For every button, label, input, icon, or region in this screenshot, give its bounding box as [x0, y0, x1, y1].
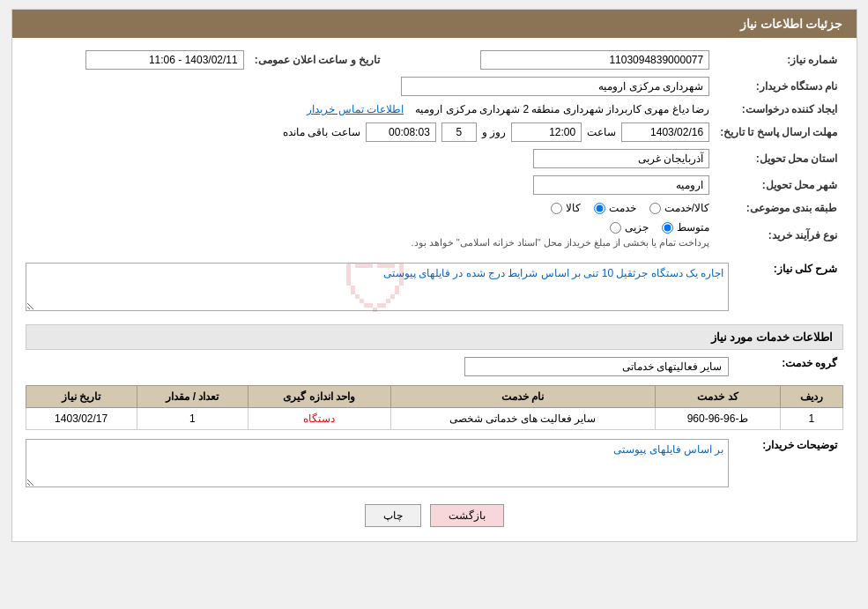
city-value: ارومیه — [26, 172, 716, 198]
services-table-body: 1 ط-96-96-960 سایر فعالیت های خدماتی شخص… — [26, 408, 842, 430]
services-section-header: اطلاعات خدمات مورد نیاز — [26, 324, 843, 350]
row-request-number: شماره نیاز: 1103094839000077 تاریخ و ساع… — [26, 47, 843, 73]
category-option-kala-khedmat-label: کالا/خدمت — [664, 202, 709, 214]
purchase-type-value: متوسط جزیی پرداخت تمام یا بخشی از مبلغ خ… — [26, 218, 716, 252]
col-service-name: نام خدمت — [390, 386, 655, 408]
category-radio-kala[interactable] — [551, 203, 562, 214]
description-value: 🛡 document.querySelector('[data-name="de… — [26, 259, 729, 317]
announce-label: تاریخ و ساعت اعلان عمومی: — [249, 47, 397, 73]
back-button[interactable]: بازگشت — [430, 504, 504, 527]
category-option-kala-label: کالا — [566, 202, 581, 214]
creator-contact-link[interactable]: اطلاعات تماس خریدار — [307, 103, 404, 115]
col-service-code: کد خدمت — [655, 386, 780, 408]
page-container: جزئیات اطلاعات نیاز شماره نیاز: 11030948… — [11, 9, 857, 542]
row-category: طبقه بندی موضوعی: کالا/خدمت خدمت کالا — [26, 198, 843, 218]
purchase-option-motavaset-label: متوسط — [677, 221, 709, 234]
category-option-khedmat[interactable]: خدمت — [594, 202, 636, 214]
service-group-label: گروه خدمت: — [729, 353, 843, 380]
page-title: جزئیات اطلاعات نیاز — [740, 17, 843, 31]
category-label: طبقه بندی موضوعی: — [715, 198, 842, 218]
col-row-num: ردیف — [781, 386, 842, 408]
purchase-option-jozii[interactable]: جزیی — [610, 221, 649, 234]
description-row: شرح کلی نیاز: 🛡 document.querySelector('… — [26, 259, 843, 317]
col-quantity: تعداد / مقدار — [137, 386, 248, 408]
category-radio-group: کالا/خدمت خدمت کالا — [31, 202, 710, 214]
main-info-table: شماره نیاز: 1103094839000077 تاریخ و ساع… — [26, 47, 843, 252]
row-creator: ایجاد کننده درخواست: رضا دیاغ مهری کاربر… — [26, 100, 843, 119]
row-purchase-type: نوع فرآیند خرید: متوسط جزیی پرداخت ت — [26, 218, 843, 252]
deadline-time-input: 12:00 — [511, 123, 582, 142]
purchase-radio-motavaset[interactable] — [662, 222, 673, 234]
category-radio-khedmat[interactable] — [594, 203, 605, 214]
row-city: شهر محل تحویل: ارومیه — [26, 172, 843, 198]
request-number-input: 1103094839000077 — [480, 50, 709, 70]
deadline-value: 1403/02/16 ساعت 12:00 روز و 5 00:08:03 س… — [26, 119, 716, 145]
row-buyer-org: نام دستگاه خریدار: شهرداری مرکزی ارومیه — [26, 73, 843, 100]
row-province: استان محل تحویل: آذربایجان غربی — [26, 145, 843, 172]
buyer-org-input: شهرداری مرکزی ارومیه — [401, 77, 709, 96]
cell-service-name: سایر فعالیت های خدماتی شخصی — [390, 408, 655, 430]
print-button[interactable]: چاپ — [365, 504, 421, 527]
service-group-input: سایر فعالیتهای خدماتی — [464, 357, 729, 376]
creator-name: رضا دیاغ مهری کاربرداز شهرداری منطقه 2 ش… — [415, 103, 709, 115]
creator-label: ایجاد کننده درخواست: — [715, 100, 842, 119]
services-table: ردیف کد خدمت نام خدمت واحد اندازه گیری ت… — [26, 385, 843, 430]
service-group-row: گروه خدمت: سایر فعالیتهای خدماتی — [26, 353, 843, 380]
announce-input: 1403/02/11 - 11:06 — [85, 50, 244, 70]
cell-unit: دستگاه — [248, 408, 390, 430]
content-area: شماره نیاز: 1103094839000077 تاریخ و ساع… — [12, 38, 857, 541]
cell-row-num: 1 — [781, 408, 842, 430]
deadline-remaining-label: ساعت باقی مانده — [283, 126, 360, 138]
buyer-notes-label: توضیحات خریدار: — [729, 435, 843, 494]
category-option-kala-khedmat[interactable]: کالا/خدمت — [649, 202, 709, 214]
category-option-khedmat-label: خدمت — [609, 202, 636, 214]
table-row: 1 ط-96-96-960 سایر فعالیت های خدماتی شخص… — [26, 408, 842, 430]
cell-service-code: ط-96-96-960 — [655, 408, 780, 430]
description-textarea[interactable] — [26, 263, 729, 311]
province-label: استان محل تحویل: — [715, 145, 842, 172]
cell-quantity: 1 — [137, 408, 248, 430]
buyer-notes-row: توضیحات خریدار: document.querySelector('… — [26, 435, 843, 494]
purchase-option-jozii-label: جزیی — [625, 221, 649, 234]
purchase-type-label: نوع فرآیند خرید: — [715, 218, 842, 252]
purchase-radio-jozii[interactable] — [610, 222, 621, 234]
city-label: شهر محل تحویل: — [715, 172, 842, 198]
province-input: آذربایجان غربی — [533, 149, 709, 168]
creator-value: رضا دیاغ مهری کاربرداز شهرداری منطقه 2 ش… — [26, 100, 716, 119]
purchase-type-radio-group: متوسط جزیی — [31, 221, 710, 234]
buyer-notes-value: document.querySelector('[data-name="buye… — [26, 435, 729, 494]
deadline-days-label: روز و — [482, 126, 506, 138]
deadline-days-input: 5 — [441, 123, 477, 142]
row-deadline: مهلت ارسال پاسخ تا تاریخ: 1403/02/16 ساع… — [26, 119, 843, 145]
category-option-kala[interactable]: کالا — [551, 202, 581, 214]
category-value: کالا/خدمت خدمت کالا — [26, 198, 716, 218]
deadline-remaining-input: 00:08:03 — [366, 123, 436, 142]
description-label: شرح کلی نیاز: — [729, 259, 843, 317]
purchase-note: پرداخت تمام یا بخشی از مبلغ خریداز محل "… — [412, 237, 710, 248]
deadline-date-input: 1403/02/16 — [621, 123, 709, 142]
buyer-org-label: نام دستگاه خریدار: — [715, 73, 842, 100]
city-input: ارومیه — [533, 175, 709, 195]
button-row: بازگشت چاپ — [26, 504, 843, 527]
buyer-notes-textarea[interactable] — [26, 439, 729, 487]
col-unit: واحد اندازه گیری — [248, 386, 390, 408]
service-group-value: سایر فعالیتهای خدماتی — [26, 353, 729, 380]
request-number-value: 1103094839000077 — [397, 47, 715, 73]
province-value: آذربایجان غربی — [26, 145, 716, 172]
announce-value: 1403/02/11 - 11:06 — [26, 47, 249, 73]
services-table-header-row: ردیف کد خدمت نام خدمت واحد اندازه گیری ت… — [26, 386, 842, 408]
deadline-time-label: ساعت — [587, 126, 616, 138]
purchase-option-motavaset[interactable]: متوسط — [662, 221, 709, 234]
deadline-label: مهلت ارسال پاسخ تا تاریخ: — [715, 119, 842, 145]
page-header: جزئیات اطلاعات نیاز — [12, 10, 857, 38]
buyer-org-value: شهرداری مرکزی ارومیه — [26, 73, 716, 100]
request-number-label: شماره نیاز: — [715, 47, 842, 73]
col-date: تاریخ نیاز — [26, 386, 137, 408]
cell-date: 1403/02/17 — [26, 408, 137, 430]
services-table-head: ردیف کد خدمت نام خدمت واحد اندازه گیری ت… — [26, 386, 842, 408]
category-radio-kala-khedmat[interactable] — [649, 203, 661, 214]
